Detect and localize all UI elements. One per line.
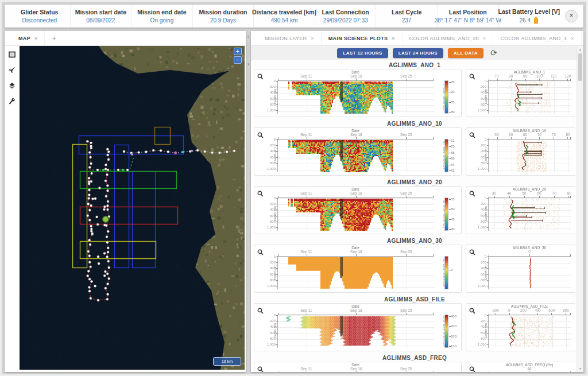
zoom-tool-icon[interactable] <box>257 365 264 372</box>
plot-section: AGLIMMS_ASD_FREQDateSep 11Sep 18Sep 2502… <box>254 354 575 372</box>
add-tab-button[interactable]: + <box>582 34 588 42</box>
zoom-tool-icon[interactable] <box>257 247 264 258</box>
map-zoom-out-button[interactable]: − <box>234 56 242 64</box>
scroll-up-icon[interactable]: ▲ <box>577 48 583 51</box>
glider-icon[interactable] <box>7 65 17 75</box>
axis-end-tick <box>433 79 434 81</box>
colorbar-gradient <box>444 80 448 114</box>
heatmap-canvas[interactable] <box>278 81 434 114</box>
add-tab-button[interactable]: + <box>45 34 63 42</box>
heatmap-canvas[interactable] <box>278 257 434 290</box>
x-tick-labels: 708090100110120 <box>488 74 571 79</box>
heatmap-plot: 02004006008001,000Depth (m) <box>277 197 434 231</box>
tab-close-icon[interactable]: × <box>483 36 486 41</box>
zoom-tool-icon[interactable] <box>257 130 264 141</box>
app-window: Glider StatusDisconnectedMission start d… <box>0 0 588 376</box>
x-tick-label: 200 <box>520 308 527 312</box>
x-tick-label: 80 <box>566 133 570 137</box>
heatmap-canvas[interactable] <box>278 315 434 348</box>
collapse-left-icon[interactable]: ‹ <box>246 33 251 40</box>
x-tick-mark <box>406 79 407 81</box>
x-tick-label: 70 <box>494 74 498 78</box>
profile-canvas[interactable] <box>489 257 571 290</box>
all-data-button[interactable]: ALL DATA <box>448 48 483 58</box>
profile-canvas[interactable] <box>489 81 571 114</box>
x-tick-label: 100 <box>536 74 543 78</box>
splitter-handle[interactable] <box>247 42 249 59</box>
zoom-tool-icon[interactable] <box>257 189 264 199</box>
zoom-tool-icon[interactable] <box>257 72 264 82</box>
zoom-tool-icon[interactable] <box>469 247 475 258</box>
x-axis-label: Date <box>277 246 434 250</box>
profile-card: AGLIMMS_ANO_1708090100110120020040060080… <box>466 69 575 117</box>
tab-close-icon[interactable]: × <box>34 36 38 41</box>
status-label: Distance traveled [km] <box>252 9 316 15</box>
axis-end-tick <box>433 371 434 372</box>
profile-card: AGLIMMS_ANO_30002004006008001,000Depth (… <box>466 245 575 293</box>
collapse-right-icon[interactable]: › <box>246 61 251 67</box>
basemap-icon[interactable] <box>7 50 17 59</box>
panel-splitter[interactable]: ‹ › <box>246 31 251 372</box>
map-viewport: + − 10 km <box>20 46 245 370</box>
x-tick-mark <box>494 196 495 198</box>
profile-canvas[interactable] <box>489 198 571 231</box>
status-item: Mission end dateOn going <box>131 5 192 28</box>
y-axis-label: Depth (m) <box>273 78 277 115</box>
tab-mission-layer[interactable]: MISSION LAYER× <box>258 31 322 45</box>
status-value: 38° 17' 47" N 8° 59' 14" W <box>435 17 501 24</box>
heatmap-canvas[interactable] <box>278 198 434 231</box>
zoom-tool-icon[interactable] <box>469 189 475 199</box>
tab-close-icon[interactable]: × <box>571 36 574 41</box>
colorbar-tick-label: 72 <box>451 139 455 142</box>
layers-icon[interactable] <box>7 81 17 90</box>
x-tick-mark <box>529 254 530 257</box>
heatmap-card: DateSep 11Sep 18Sep 2502004006008001,000… <box>254 362 462 372</box>
scrollbar[interactable]: ▲ ▼ <box>577 46 583 372</box>
tab-main-science-plots[interactable]: MAIN SCIENCE PLOTS× <box>322 31 403 45</box>
y-axis-label: Depth (m) <box>484 78 488 115</box>
last-12-hours-button[interactable]: LAST 12 HOURS <box>337 48 388 58</box>
x-tick-mark <box>307 196 307 198</box>
y-axis-label: Depth (m) <box>273 254 277 290</box>
tools-icon[interactable] <box>7 96 17 106</box>
axis-end-tick <box>570 196 571 198</box>
tab-close-icon[interactable]: × <box>392 36 395 41</box>
tab-color-aglimms-ano-20[interactable]: COLOR AGLIMMS_ANO_20× <box>403 31 494 45</box>
last-24-hours-button[interactable]: LAST 24 HOURS <box>393 48 443 58</box>
science-panel: MISSION LAYER×MAIN SCIENCE PLOTS×COLOR A… <box>251 31 583 372</box>
tab-map[interactable]: MAP × <box>11 31 45 45</box>
colorbar-tick-label: 40 <box>451 227 455 231</box>
axis-end-tick <box>278 137 278 139</box>
x-tick-label: 80 <box>567 191 571 195</box>
status-item: Last Position38° 17' 47" N 8° 59' 14" W <box>437 5 498 28</box>
heatmap-canvas[interactable] <box>278 139 434 173</box>
axis-end-tick <box>570 79 571 81</box>
map-panel: MAP × + <box>5 31 246 372</box>
zoom-tool-icon[interactable] <box>257 306 264 316</box>
close-statusbar-button[interactable]: × <box>565 10 578 22</box>
x-tick-mark <box>356 313 357 315</box>
x-tick-mark <box>566 313 566 315</box>
colorbar-tick-label: 55 <box>451 197 455 201</box>
scroll-down-icon[interactable]: ▼ <box>577 367 583 370</box>
x-tick-label: 0 <box>528 250 531 254</box>
zoom-tool-icon[interactable] <box>469 130 475 141</box>
tab-close-icon[interactable]: × <box>311 36 314 41</box>
x-tick-label: 800 <box>563 308 569 312</box>
y-axis-label: Depth (m) <box>484 137 488 173</box>
tab-color-aglimms-ano-1[interactable]: COLOR AGLIMMS_ANO_1× <box>493 31 581 45</box>
status-label: Mission start date <box>75 9 126 15</box>
map-zoom-in-button[interactable]: + <box>234 48 242 55</box>
refresh-icon[interactable]: ⟳ <box>490 49 497 57</box>
profile-canvas[interactable] <box>489 315 571 348</box>
map-canvas[interactable] <box>20 46 245 370</box>
x-tick-mark <box>307 254 307 257</box>
zoom-tool-icon[interactable] <box>469 365 475 372</box>
zoom-tool-icon[interactable] <box>469 306 475 316</box>
scrollbar-thumb[interactable] <box>578 53 582 81</box>
map-zoom-controls: + − <box>234 48 242 65</box>
zoom-tool-icon[interactable] <box>469 72 475 82</box>
x-tick-labels: 556065707580 <box>488 133 571 138</box>
profile-canvas[interactable] <box>489 139 571 173</box>
x-tick-label: Sep 11 <box>300 308 312 312</box>
